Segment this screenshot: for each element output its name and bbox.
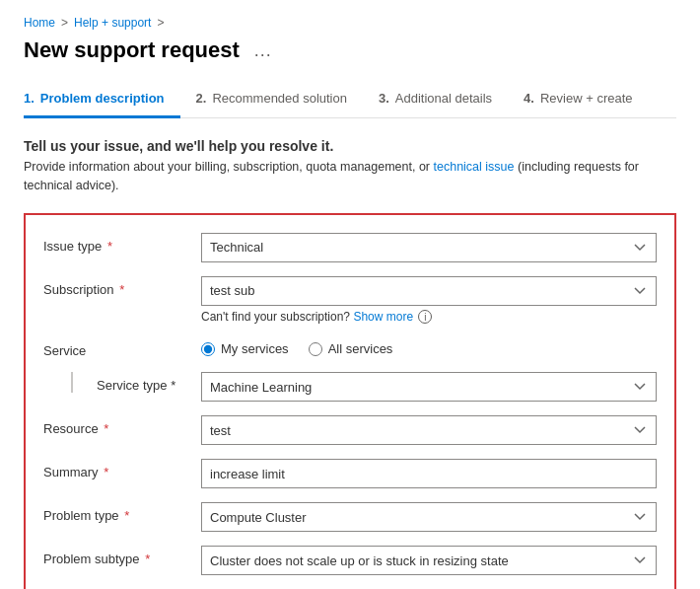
info-icon: i	[418, 310, 432, 324]
summary-label: Summary *	[43, 459, 201, 479]
show-more-link[interactable]: Show more	[353, 310, 413, 324]
issue-type-field: Technical	[201, 233, 657, 262]
wizard-step-3[interactable]: 3. Additional details	[363, 83, 508, 118]
ellipsis-button[interactable]: ...	[249, 38, 277, 62]
resource-field: test	[201, 415, 657, 445]
subscription-select[interactable]: test sub	[201, 276, 657, 306]
breadcrumb-home[interactable]: Home	[24, 16, 55, 30]
radio-my-services-input[interactable]	[201, 342, 215, 356]
breadcrumb: Home > Help + support >	[24, 16, 676, 30]
issue-type-label: Issue type *	[43, 233, 201, 254]
subscription-label: Subscription *	[43, 276, 201, 297]
service-type-field: Machine Learning	[201, 372, 657, 402]
step1-label: Problem description	[40, 91, 165, 106]
breadcrumb-sep2: >	[157, 16, 164, 30]
step2-label: Recommended solution	[212, 91, 347, 106]
radio-my-services[interactable]: My services	[201, 341, 289, 356]
summary-required: *	[101, 465, 109, 479]
step4-label: Review + create	[540, 91, 633, 106]
radio-all-services[interactable]: All services	[309, 341, 393, 356]
service-type-select[interactable]: Machine Learning	[201, 372, 657, 402]
service-field: My services All services	[201, 337, 657, 356]
service-row: Service My services All services	[43, 337, 657, 358]
wizard-step-4[interactable]: 4. Review + create	[508, 83, 648, 118]
section-description: Provide information about your billing, …	[24, 158, 676, 195]
section-heading: Tell us your issue, and we'll help you r…	[24, 138, 676, 154]
resource-required: *	[101, 421, 109, 436]
summary-input[interactable]	[201, 459, 657, 488]
service-radio-group: My services All services	[201, 337, 657, 356]
problem-subtype-row: Problem subtype * Cluster does not scale…	[43, 546, 657, 575]
problem-subtype-field: Cluster does not scale up or is stuck in…	[201, 546, 657, 575]
service-label: Service	[43, 337, 201, 358]
service-indent-line	[71, 372, 89, 393]
problem-type-row: Problem type * Compute Cluster	[43, 502, 657, 532]
step3-label: Additional details	[395, 91, 492, 106]
service-type-row: Service type * Machine Learning	[43, 372, 657, 402]
summary-field	[201, 459, 657, 488]
subscription-required: *	[116, 282, 125, 297]
problem-subtype-label: Problem subtype *	[43, 546, 201, 566]
problem-subtype-select[interactable]: Cluster does not scale up or is stuck in…	[201, 546, 657, 575]
problem-subtype-required: *	[142, 552, 151, 566]
page-title: New support request	[24, 37, 240, 63]
wizard-steps: 1. Problem description 2. Recommended so…	[24, 83, 676, 118]
radio-my-services-label: My services	[221, 341, 289, 356]
issue-type-select[interactable]: Technical	[201, 233, 657, 262]
technical-link[interactable]: technical issue	[434, 160, 515, 174]
issue-type-required: *	[104, 239, 112, 254]
subscription-note: Can't find your subscription? Show more …	[201, 310, 657, 325]
subscription-row: Subscription * test sub Can't find your …	[43, 276, 657, 325]
problem-type-label: Problem type *	[43, 502, 201, 523]
wizard-step-1[interactable]: 1. Problem description	[24, 83, 180, 118]
summary-row: Summary *	[43, 459, 657, 488]
step1-num: 1.	[24, 91, 35, 106]
radio-all-services-input[interactable]	[309, 342, 322, 356]
resource-select[interactable]: test	[201, 415, 657, 445]
radio-all-services-label: All services	[328, 341, 393, 356]
breadcrumb-help[interactable]: Help + support	[74, 16, 151, 30]
issue-type-row: Issue type * Technical	[43, 233, 657, 262]
service-type-required: *	[168, 378, 176, 393]
wizard-step-2[interactable]: 2. Recommended solution	[180, 83, 363, 118]
form-container: Issue type * Technical Subscription * te…	[24, 213, 676, 590]
problem-type-required: *	[121, 508, 130, 523]
step3-num: 3.	[379, 91, 389, 106]
resource-row: Resource * test	[43, 415, 657, 445]
problem-type-select[interactable]: Compute Cluster	[201, 502, 657, 532]
problem-type-field: Compute Cluster	[201, 502, 657, 532]
step2-num: 2.	[196, 91, 207, 106]
breadcrumb-sep1: >	[61, 16, 68, 30]
page-title-row: New support request ...	[24, 37, 676, 63]
resource-label: Resource *	[43, 415, 201, 436]
subscription-field: test sub Can't find your subscription? S…	[201, 276, 657, 325]
step4-num: 4.	[524, 91, 534, 106]
